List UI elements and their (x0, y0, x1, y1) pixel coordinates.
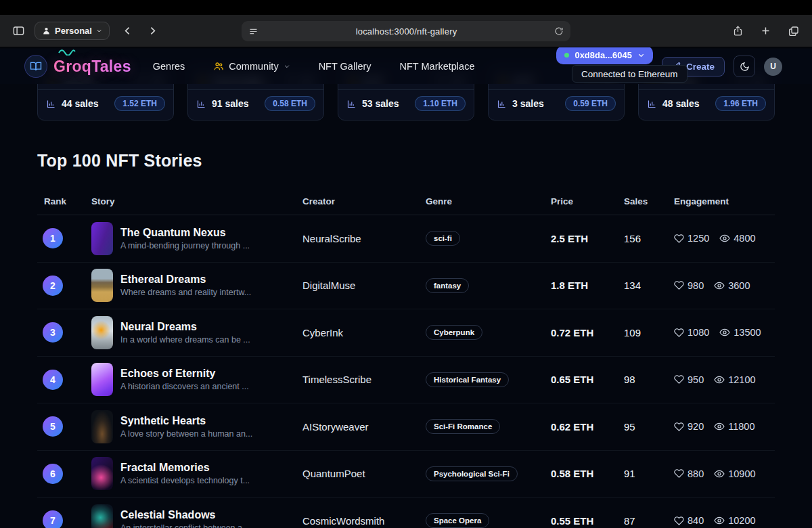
story-thumbnail (91, 363, 113, 396)
genre-badge: sci-fi (426, 231, 460, 246)
new-tab-icon[interactable] (757, 22, 774, 39)
wallet-address-button[interactable]: 0xd8da...6045 (556, 47, 653, 64)
nav-item-nft-gallery[interactable]: NFT Gallery (319, 61, 371, 72)
network-status-tooltip: Connected to Ethereum (572, 65, 687, 83)
story-thumbnail (91, 269, 113, 302)
price-value: 1.8 ETH (551, 280, 624, 291)
reader-view-icon[interactable] (248, 26, 258, 37)
card-sales-count: 53 sales (362, 98, 399, 109)
story-title: Neural Dreams (120, 321, 250, 333)
back-button[interactable] (119, 22, 136, 39)
story-row[interactable]: 7 Celestial Shadows An interstellar conf… (37, 498, 775, 528)
creator-name: NeuralScribe (302, 233, 426, 244)
story-row[interactable]: 4 Echoes of Eternity A historian discove… (37, 357, 775, 404)
views-count: 3600 (728, 280, 750, 291)
story-row[interactable]: 6 Fractal Memories A scientist develops … (37, 451, 775, 498)
rank-badge: 5 (43, 416, 63, 437)
col-header-rank: Rank (37, 196, 91, 206)
story-title: Echoes of Eternity (120, 368, 249, 380)
eye-icon (719, 327, 730, 338)
story-description: A mind-bending journey through ... (120, 241, 250, 250)
theme-toggle-button[interactable] (734, 56, 755, 77)
genre-badge: Cyberpunk (426, 325, 482, 340)
nav-item-community[interactable]: Community (213, 61, 290, 72)
sales-value: 87 (624, 515, 674, 527)
browser-toolbar: Personal localhost:3000/nft-gallery (0, 15, 812, 47)
nav-item-nft-marketplace[interactable]: NFT Marketplace (400, 61, 475, 72)
likes-count: 1250 (687, 233, 709, 244)
squiggle-decoration (58, 49, 76, 56)
creator-name: CyberInk (302, 327, 426, 338)
price-value: 0.58 ETH (551, 468, 624, 479)
story-thumbnail (91, 222, 113, 255)
connection-status-dot (564, 53, 569, 58)
sales-value: 98 (624, 374, 674, 385)
sidebar-toggle-icon[interactable] (9, 22, 28, 40)
rank-badge: 4 (43, 370, 63, 390)
bar-chart-icon (46, 99, 56, 109)
genre-badge: Psychological Sci-Fi (426, 466, 518, 481)
community-people-icon (213, 61, 224, 72)
heart-icon (674, 328, 684, 338)
card-sales-count: 3 sales (512, 98, 544, 109)
story-title: Ethereal Dreams (120, 273, 251, 286)
card-sales-count: 48 sales (662, 98, 700, 109)
likes-count: 840 (687, 515, 704, 526)
nav-item-label: NFT Marketplace (400, 61, 475, 72)
table-header-row: Rank Story Creator Genre Price Sales Eng… (37, 188, 775, 215)
sales-value: 134 (624, 280, 674, 291)
story-thumbnail (91, 457, 113, 490)
story-row[interactable]: 3 Neural Dreams In a world where dreams … (37, 309, 775, 357)
col-header-sales: Sales (624, 196, 674, 206)
sales-value: 109 (624, 327, 674, 338)
heart-icon (674, 234, 684, 244)
nav-item-label: Community (229, 61, 278, 72)
site-navbar: GroqTales Genres Community NFT Gallery N… (0, 49, 812, 84)
rank-badge: 6 (43, 464, 63, 484)
story-description: A historian discovers an ancient ... (120, 382, 249, 391)
forward-button[interactable] (144, 22, 161, 39)
reload-icon[interactable] (554, 26, 564, 36)
likes-count: 950 (687, 374, 704, 385)
brand-name[interactable]: GroqTales (53, 58, 131, 76)
story-title: The Quantum Nexus (120, 227, 250, 239)
user-avatar[interactable]: U (764, 58, 782, 76)
sales-value: 156 (624, 233, 674, 244)
genre-badge: Space Opera (426, 513, 489, 528)
creator-name: CosmicWordsmith (302, 515, 426, 527)
story-row[interactable]: 1 The Quantum Nexus A mind-bending journ… (37, 215, 775, 263)
eye-icon (714, 515, 725, 526)
views-count: 13500 (734, 327, 761, 338)
browser-profile-button[interactable]: Personal (35, 22, 110, 40)
eye-icon (714, 280, 725, 291)
chevron-down-icon (637, 51, 645, 59)
share-icon[interactable] (729, 22, 746, 39)
tabs-overview-icon[interactable] (785, 22, 803, 40)
likes-count: 920 (687, 421, 704, 432)
col-header-engagement: Engagement (674, 196, 775, 206)
section-title: Top 100 NFT Stories (37, 151, 202, 171)
nav-item-genres[interactable]: Genres (153, 61, 185, 72)
card-sales-count: 91 sales (212, 98, 249, 109)
story-thumbnail (91, 504, 113, 528)
rank-badge: 3 (43, 322, 63, 343)
story-row[interactable]: 5 Synthetic Hearts A love story between … (37, 403, 775, 451)
story-description: In a world where dreams can be ... (120, 335, 250, 345)
story-description: An interstellar conflict between a... (120, 523, 249, 528)
eye-icon (714, 421, 725, 432)
card-price-badge: 1.52 ETH (114, 96, 165, 111)
price-value: 0.62 ETH (551, 421, 624, 433)
story-thumbnail (91, 410, 113, 443)
story-row[interactable]: 2 Ethereal Dreams Where dreams and reali… (37, 263, 775, 310)
col-header-genre: Genre (426, 196, 551, 206)
wallet-address: 0xd8da...6045 (574, 50, 632, 60)
book-logo-icon[interactable] (24, 55, 47, 78)
browser-profile-label: Personal (55, 26, 92, 36)
story-thumbnail (91, 316, 113, 349)
address-bar[interactable]: localhost:3000/nft-gallery (242, 21, 570, 41)
leaderboard-table: Rank Story Creator Genre Price Sales Eng… (37, 188, 775, 528)
col-header-creator: Creator (302, 196, 426, 206)
table-body: 1 The Quantum Nexus A mind-bending journ… (37, 215, 775, 528)
creator-name: DigitalMuse (302, 280, 426, 291)
browser-titlebar (0, 0, 812, 15)
